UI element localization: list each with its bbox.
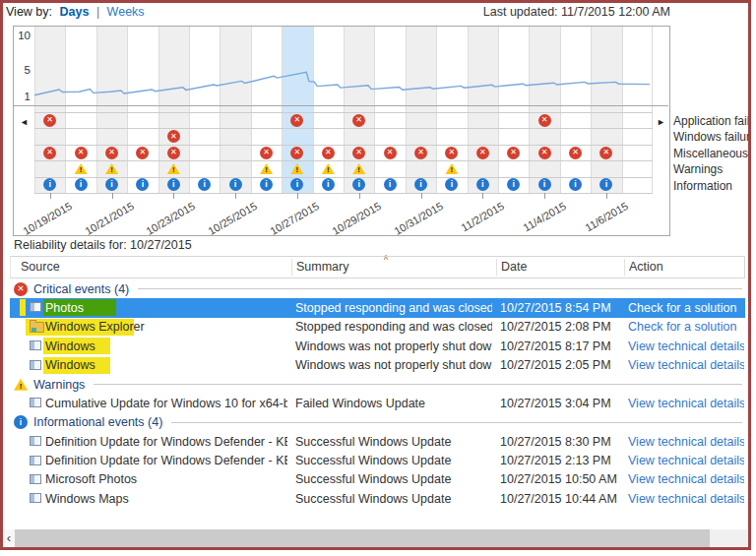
- table-row[interactable]: Cumulative Update for Windows 10 for x64…: [10, 394, 745, 412]
- chart-divider: [14, 105, 668, 106]
- table-row[interactable]: Windows MapsSuccessful Windows Update10/…: [10, 489, 745, 508]
- table-row[interactable]: WindowsWindows was not properly shut dow…: [10, 356, 745, 375]
- x-axis-tick: [606, 193, 607, 199]
- scroll-left-icon[interactable]: ◄: [20, 118, 29, 127]
- app-window-icon: [30, 436, 41, 446]
- column-header-date[interactable]: Date: [501, 260, 527, 274]
- stability-index-line: [34, 27, 653, 105]
- view-by-switcher: View by: Days | Weeks: [6, 5, 145, 19]
- app-window-icon: [30, 340, 41, 350]
- summary-cell: Successful Windows Update: [295, 472, 492, 486]
- critical-event-icon: ✕: [538, 147, 551, 159]
- y-axis-tick-10: 10: [13, 30, 31, 41]
- event-row-labels: Application failures Windows failures Mi…: [673, 113, 748, 200]
- critical-icon: ✕: [14, 282, 28, 296]
- x-axis-tick: [112, 193, 113, 199]
- grid-line: [34, 112, 653, 113]
- table-row[interactable]: Microsoft PhotosSuccessful Windows Updat…: [10, 470, 745, 489]
- summary-cell: Successful Windows Update: [295, 492, 492, 506]
- app-window-icon: [30, 302, 41, 312]
- app-window-icon: [30, 456, 41, 465]
- table-row[interactable]: Windows ExplorerStopped responding and w…: [10, 318, 745, 337]
- header-separator: [291, 259, 292, 276]
- date-cell: 10/27/2015 10:50 AM: [500, 472, 622, 486]
- last-updated-label: Last updated: 11/7/2015 12:00 AM: [374, 5, 670, 19]
- critical-event-icon: ✕: [43, 147, 56, 159]
- date-cell: 10/27/2015 2:08 PM: [500, 320, 622, 334]
- action-link[interactable]: View technical details: [628, 340, 744, 353]
- view-by-days-link[interactable]: Days: [60, 5, 90, 19]
- x-axis-tick: [421, 193, 422, 199]
- critical-event-icon: ✕: [260, 147, 273, 159]
- date-cell: 10/27/2015 10:44 AM: [500, 492, 622, 506]
- critical-event-icon: ✕: [290, 147, 303, 159]
- table-row[interactable]: PhotosStopped responding and was closed1…: [10, 298, 745, 317]
- critical-event-icon: ✕: [599, 147, 612, 159]
- summary-cell: Windows was not properly shut down: [295, 340, 492, 353]
- information-event-icon: i: [384, 178, 397, 191]
- view-by-separator: |: [96, 5, 99, 19]
- date-cell: 10/27/2015 8:54 PM: [500, 301, 622, 315]
- source-cell: Windows Explorer: [45, 320, 287, 334]
- info-icon: i: [14, 415, 28, 429]
- x-axis-tick: [359, 193, 360, 199]
- row-label-information: Information: [673, 178, 748, 194]
- date-cell: 10/27/2015 2:05 PM: [500, 358, 622, 372]
- critical-event-icon: ✕: [507, 147, 520, 159]
- action-link[interactable]: View technical details: [628, 435, 744, 449]
- action-link[interactable]: Check for a solution: [628, 320, 744, 334]
- column-header-source[interactable]: Source: [21, 260, 60, 274]
- grid-line: [34, 145, 653, 146]
- x-axis-tick: [50, 193, 51, 199]
- x-axis-tick: [297, 193, 298, 199]
- header-separator: [496, 259, 497, 276]
- row-label-windows-failures: Windows failures: [673, 129, 748, 145]
- critical-event-icon: ✕: [476, 147, 489, 159]
- table-row[interactable]: Definition Update for Windows Defender -…: [10, 432, 745, 451]
- scrollbar-thumb[interactable]: [15, 529, 710, 547]
- critical-event-icon: ✕: [322, 147, 335, 159]
- date-cell: 10/27/2015 8:30 PM: [500, 435, 622, 449]
- critical-event-icon: ✕: [167, 130, 180, 143]
- critical-event-icon: ✕: [167, 147, 180, 159]
- group-rule: [94, 384, 742, 385]
- grid-line: [34, 160, 653, 161]
- scrollbar-left-arrow-icon[interactable]: ‹: [3, 529, 15, 547]
- information-event-icon: i: [75, 178, 88, 191]
- column-header-summary[interactable]: Summary: [296, 260, 348, 274]
- table-row[interactable]: WindowsWindows was not properly shut dow…: [10, 337, 745, 355]
- action-link[interactable]: View technical details: [628, 472, 744, 486]
- column-header-action[interactable]: Action: [629, 260, 663, 274]
- app-window-icon: [30, 493, 41, 503]
- x-axis-tick: [544, 193, 545, 199]
- chart-grid: ✕✕✕✕✕✕✕✕✕✕✕✕✕✕✕✕✕✕✕✕✕✕iiiiiiiiiiiiiiiiii…: [34, 27, 653, 193]
- action-link[interactable]: Check for a solution: [628, 301, 744, 315]
- y-axis-tick-5: 5: [13, 64, 31, 76]
- warning-icon: [14, 379, 28, 391]
- view-by-weeks-link[interactable]: Weeks: [107, 5, 145, 19]
- information-event-icon: i: [538, 178, 551, 191]
- horizontal-scrollbar[interactable]: ‹: [3, 529, 748, 547]
- group-header-row: iInformational events (4): [10, 413, 745, 432]
- information-event-icon: i: [229, 178, 242, 191]
- details-title: Reliability details for: 10/27/2015: [14, 238, 192, 252]
- source-cell: Definition Update for Windows Defender -…: [45, 435, 287, 449]
- source-cell: Windows: [45, 340, 287, 353]
- details-header: Source Summary Date Action: [10, 256, 745, 278]
- scroll-right-icon[interactable]: ►: [657, 118, 665, 127]
- date-cell: 10/27/2015 3:04 PM: [500, 397, 622, 410]
- summary-cell: Windows was not properly shut down: [295, 358, 492, 372]
- app-window-icon: [30, 474, 41, 484]
- group-label: Critical events (4): [33, 282, 129, 296]
- action-link[interactable]: View technical details: [628, 492, 744, 506]
- action-link[interactable]: View technical details: [628, 454, 744, 467]
- critical-event-icon: ✕: [75, 147, 88, 159]
- summary-cell: Successful Windows Update: [295, 454, 492, 467]
- action-link[interactable]: View technical details: [628, 397, 744, 410]
- action-link[interactable]: View technical details: [628, 358, 744, 372]
- view-by-label: View by:: [6, 5, 52, 19]
- critical-event-icon: ✕: [384, 147, 397, 159]
- x-axis-tick: [482, 193, 483, 199]
- table-row[interactable]: Definition Update for Windows Defender -…: [10, 452, 745, 470]
- group-rule: [138, 288, 742, 289]
